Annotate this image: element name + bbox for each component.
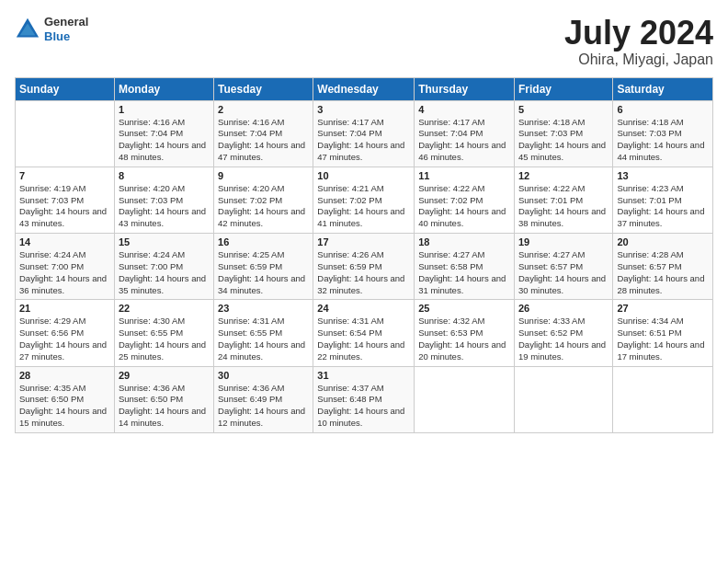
day-number: 20 [617, 236, 709, 247]
calendar-cell: 7Sunrise: 4:19 AM Sunset: 7:03 PM Daylig… [16, 167, 115, 233]
calendar-cell: 2Sunrise: 4:16 AM Sunset: 7:04 PM Daylig… [214, 100, 313, 167]
page: General Blue July 2024 Ohira, Miyagi, Ja… [0, 0, 728, 563]
calendar-cell: 9Sunrise: 4:20 AM Sunset: 7:02 PM Daylig… [214, 167, 313, 233]
calendar-cell: 27Sunrise: 4:34 AM Sunset: 6:51 PM Dayli… [613, 300, 713, 366]
day-number: 21 [19, 303, 110, 314]
day-info: Sunrise: 4:36 AM Sunset: 6:49 PM Dayligh… [218, 383, 309, 430]
calendar-cell: 30Sunrise: 4:36 AM Sunset: 6:49 PM Dayli… [214, 366, 313, 432]
day-number: 6 [617, 104, 709, 115]
calendar-table: SundayMondayTuesdayWednesdayThursdayFrid… [15, 77, 713, 433]
calendar-week-row: 14Sunrise: 4:24 AM Sunset: 7:00 PM Dayli… [16, 234, 713, 300]
day-number: 28 [19, 370, 110, 381]
day-number: 13 [617, 170, 709, 181]
day-number: 4 [418, 104, 510, 115]
calendar-cell: 22Sunrise: 4:30 AM Sunset: 6:55 PM Dayli… [114, 300, 213, 366]
calendar-cell: 31Sunrise: 4:37 AM Sunset: 6:48 PM Dayli… [313, 366, 415, 432]
day-number: 3 [317, 104, 410, 115]
day-info: Sunrise: 4:22 AM Sunset: 7:01 PM Dayligh… [518, 183, 609, 230]
day-info: Sunrise: 4:20 AM Sunset: 7:03 PM Dayligh… [119, 183, 210, 230]
day-info: Sunrise: 4:16 AM Sunset: 7:04 PM Dayligh… [119, 117, 210, 164]
calendar-cell: 17Sunrise: 4:26 AM Sunset: 6:59 PM Dayli… [313, 234, 415, 300]
calendar-cell: 10Sunrise: 4:21 AM Sunset: 7:02 PM Dayli… [313, 167, 415, 233]
day-number: 2 [218, 104, 309, 115]
day-info: Sunrise: 4:23 AM Sunset: 7:01 PM Dayligh… [617, 183, 709, 230]
day-number: 5 [518, 104, 609, 115]
calendar-header-row: SundayMondayTuesdayWednesdayThursdayFrid… [16, 77, 713, 100]
day-number: 26 [518, 303, 609, 314]
day-info: Sunrise: 4:16 AM Sunset: 7:04 PM Dayligh… [218, 117, 309, 164]
day-info: Sunrise: 4:35 AM Sunset: 6:50 PM Dayligh… [19, 383, 110, 430]
calendar-cell: 29Sunrise: 4:36 AM Sunset: 6:50 PM Dayli… [114, 366, 213, 432]
day-info: Sunrise: 4:18 AM Sunset: 7:03 PM Dayligh… [518, 117, 609, 164]
calendar-week-row: 7Sunrise: 4:19 AM Sunset: 7:03 PM Daylig… [16, 167, 713, 233]
calendar-cell: 3Sunrise: 4:17 AM Sunset: 7:04 PM Daylig… [313, 100, 415, 167]
calendar-cell: 28Sunrise: 4:35 AM Sunset: 6:50 PM Dayli… [16, 366, 115, 432]
calendar-day-header: Wednesday [313, 77, 415, 100]
day-info: Sunrise: 4:27 AM Sunset: 6:57 PM Dayligh… [518, 249, 609, 296]
day-info: Sunrise: 4:33 AM Sunset: 6:52 PM Dayligh… [518, 316, 609, 362]
day-info: Sunrise: 4:29 AM Sunset: 6:56 PM Dayligh… [19, 316, 110, 362]
calendar-day-header: Monday [114, 77, 213, 100]
calendar-day-header: Tuesday [214, 77, 313, 100]
calendar-cell: 8Sunrise: 4:20 AM Sunset: 7:03 PM Daylig… [114, 167, 213, 233]
day-info: Sunrise: 4:25 AM Sunset: 6:59 PM Dayligh… [218, 249, 309, 296]
day-number: 17 [317, 236, 410, 247]
calendar-cell: 25Sunrise: 4:32 AM Sunset: 6:53 PM Dayli… [415, 300, 515, 366]
header: General Blue July 2024 Ohira, Miyagi, Ja… [15, 15, 713, 68]
calendar-cell: 19Sunrise: 4:27 AM Sunset: 6:57 PM Dayli… [514, 234, 612, 300]
calendar-cell: 13Sunrise: 4:23 AM Sunset: 7:01 PM Dayli… [613, 167, 713, 233]
logo-blue: Blue [44, 29, 88, 44]
day-number: 18 [418, 236, 510, 247]
calendar-cell [613, 366, 713, 432]
day-info: Sunrise: 4:17 AM Sunset: 7:04 PM Dayligh… [317, 117, 410, 164]
day-info: Sunrise: 4:26 AM Sunset: 6:59 PM Dayligh… [317, 249, 410, 296]
day-number: 1 [119, 104, 210, 115]
logo: General Blue [15, 15, 88, 43]
day-info: Sunrise: 4:18 AM Sunset: 7:03 PM Dayligh… [617, 117, 709, 164]
day-number: 31 [317, 370, 410, 381]
day-number: 24 [317, 303, 410, 314]
calendar-cell: 12Sunrise: 4:22 AM Sunset: 7:01 PM Dayli… [514, 167, 612, 233]
calendar-cell: 15Sunrise: 4:24 AM Sunset: 7:00 PM Dayli… [114, 234, 213, 300]
day-info: Sunrise: 4:30 AM Sunset: 6:55 PM Dayligh… [119, 316, 210, 362]
day-number: 27 [617, 303, 709, 314]
logo-general: General [44, 15, 88, 29]
calendar-cell: 20Sunrise: 4:28 AM Sunset: 6:57 PM Dayli… [613, 234, 713, 300]
calendar-cell: 26Sunrise: 4:33 AM Sunset: 6:52 PM Dayli… [514, 300, 612, 366]
day-number: 22 [119, 303, 210, 314]
calendar-cell: 4Sunrise: 4:17 AM Sunset: 7:04 PM Daylig… [415, 100, 515, 167]
day-info: Sunrise: 4:31 AM Sunset: 6:55 PM Dayligh… [218, 316, 309, 362]
logo-text: General Blue [44, 15, 88, 43]
logo-icon [15, 17, 40, 42]
title-section: July 2024 Ohira, Miyagi, Japan [564, 15, 713, 68]
day-number: 8 [119, 170, 210, 181]
calendar-cell [415, 366, 515, 432]
day-info: Sunrise: 4:20 AM Sunset: 7:02 PM Dayligh… [218, 183, 309, 230]
calendar-cell: 16Sunrise: 4:25 AM Sunset: 6:59 PM Dayli… [214, 234, 313, 300]
day-info: Sunrise: 4:24 AM Sunset: 7:00 PM Dayligh… [19, 249, 110, 296]
day-number: 15 [119, 236, 210, 247]
calendar-cell: 24Sunrise: 4:31 AM Sunset: 6:54 PM Dayli… [313, 300, 415, 366]
day-info: Sunrise: 4:17 AM Sunset: 7:04 PM Dayligh… [418, 117, 510, 164]
day-number: 7 [19, 170, 110, 181]
day-info: Sunrise: 4:31 AM Sunset: 6:54 PM Dayligh… [317, 316, 410, 362]
calendar-cell [16, 100, 115, 167]
day-number: 9 [218, 170, 309, 181]
calendar-cell: 1Sunrise: 4:16 AM Sunset: 7:04 PM Daylig… [114, 100, 213, 167]
day-info: Sunrise: 4:19 AM Sunset: 7:03 PM Dayligh… [19, 183, 110, 230]
day-info: Sunrise: 4:22 AM Sunset: 7:02 PM Dayligh… [418, 183, 510, 230]
day-number: 12 [518, 170, 609, 181]
calendar-day-header: Friday [514, 77, 612, 100]
calendar-week-row: 1Sunrise: 4:16 AM Sunset: 7:04 PM Daylig… [16, 100, 713, 167]
calendar-cell: 18Sunrise: 4:27 AM Sunset: 6:58 PM Dayli… [415, 234, 515, 300]
day-number: 23 [218, 303, 309, 314]
calendar-cell [514, 366, 612, 432]
calendar-cell: 6Sunrise: 4:18 AM Sunset: 7:03 PM Daylig… [613, 100, 713, 167]
day-info: Sunrise: 4:21 AM Sunset: 7:02 PM Dayligh… [317, 183, 410, 230]
calendar-cell: 21Sunrise: 4:29 AM Sunset: 6:56 PM Dayli… [16, 300, 115, 366]
month-title: July 2024 [564, 15, 713, 52]
calendar-week-row: 21Sunrise: 4:29 AM Sunset: 6:56 PM Dayli… [16, 300, 713, 366]
day-info: Sunrise: 4:32 AM Sunset: 6:53 PM Dayligh… [418, 316, 510, 362]
day-number: 16 [218, 236, 309, 247]
location: Ohira, Miyagi, Japan [564, 52, 713, 68]
